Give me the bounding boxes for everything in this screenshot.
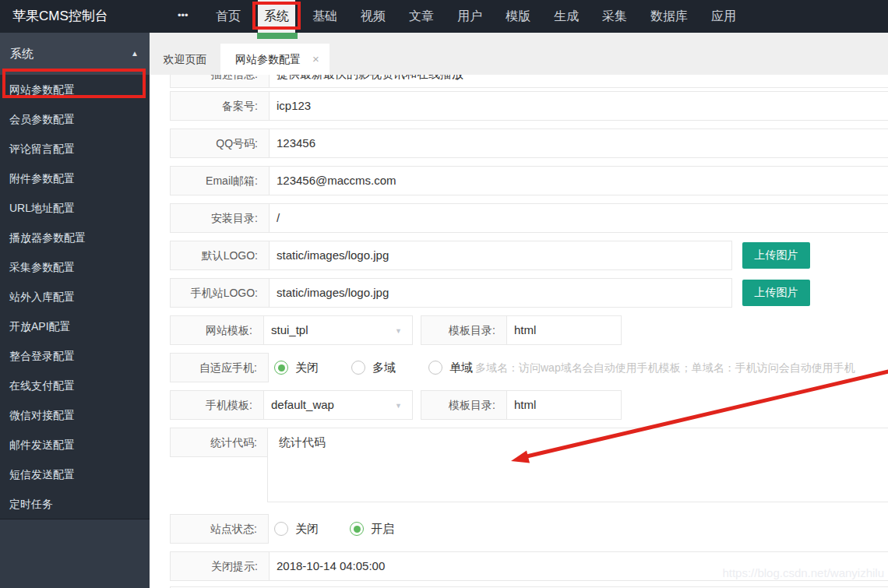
nav-item-database[interactable]: 数据库: [644, 0, 694, 33]
email-field[interactable]: [270, 167, 888, 195]
radio-selected-icon: [274, 361, 288, 375]
nav-item-article[interactable]: 文章: [403, 0, 440, 33]
adaptive-option-multi-domain[interactable]: 多域: [351, 361, 396, 375]
nav-item-video[interactable]: 视频: [354, 0, 392, 33]
watermark: https://blog.csdn.net/wanyizhilu: [722, 566, 884, 579]
mobile-logo-label: 手机站LOGO:: [171, 279, 270, 307]
email-label: Email邮箱:: [171, 167, 270, 195]
sidebar-group-system[interactable]: 系统 ▲: [0, 33, 150, 75]
more-menu-icon[interactable]: •••: [178, 0, 189, 33]
field-row-default-logo: 默认LOGO:: [170, 241, 732, 270]
nav-item-collect[interactable]: 采集: [596, 0, 633, 33]
mobile-template-value: default_wap: [264, 391, 412, 419]
mobile-template-dir-label: 模板目录:: [421, 391, 507, 419]
sidebar-item-offsite[interactable]: 站外入库配置: [0, 282, 150, 312]
sidebar-item-payment[interactable]: 在线支付配置: [0, 371, 150, 400]
adaptive-mobile-hint: 多域名：访问wap域名会自动使用手机模板；单域名：手机访问会自动使用手机: [475, 353, 888, 382]
radio-icon: [351, 361, 365, 375]
mobile-logo-input[interactable]: [270, 279, 731, 307]
field-row-install-dir: 安装目录:: [170, 203, 888, 233]
status-option-close[interactable]: 关闭: [274, 522, 319, 537]
top-navbar: 苹果CMS控制台 ••• 首页 系统 基础 视频 文章 用户 模版 生成 采集 …: [0, 0, 888, 33]
site-status-label: 站点状态:: [170, 514, 269, 544]
site-template-select[interactable]: 网站模板: stui_tpl ▼: [170, 315, 413, 345]
adaptive-mobile-options: 关闭 多域 单域: [274, 353, 473, 382]
nav-item-home[interactable]: 首页: [210, 0, 247, 33]
nav-item-template[interactable]: 模版: [499, 0, 537, 33]
sidebar: 系统 ▲ 网站参数配置 会员参数配置 评论留言配置 附件参数配置 URL地址配置…: [0, 33, 150, 588]
site-status-options: 关闭 开启: [274, 514, 394, 544]
close-icon[interactable]: ×: [312, 52, 319, 65]
tab-bar: 欢迎页面 网站参数配置 ×: [150, 33, 888, 75]
close-tip-label: 关闭提示:: [171, 552, 270, 580]
mobile-template-label: 手机模板:: [171, 391, 264, 419]
radio-icon: [428, 361, 442, 375]
field-row-email: Email邮箱:: [170, 166, 888, 195]
upload-mobile-logo-button[interactable]: 上传图片: [742, 280, 810, 306]
stats-code-textarea[interactable]: 统计代码: [267, 428, 888, 502]
default-logo-input[interactable]: [270, 241, 731, 269]
site-template-label: 网站模板:: [171, 316, 264, 344]
nav-item-generate[interactable]: 生成: [548, 0, 585, 33]
qq-label: QQ号码:: [171, 129, 270, 157]
sidebar-item-attachment[interactable]: 附件参数配置: [0, 164, 150, 193]
nav-item-user[interactable]: 用户: [451, 0, 488, 33]
field-row-icp: 备案号:: [170, 91, 888, 121]
sidebar-item-member-params[interactable]: 会员参数配置: [0, 104, 150, 134]
radio-selected-icon: [350, 522, 364, 536]
app-title: 苹果CMS控制台: [12, 0, 108, 33]
top-nav-menu: 首页 系统 基础 视频 文章 用户 模版 生成 采集 数据库 应用: [210, 0, 742, 33]
chevron-down-icon: ▼: [395, 391, 402, 421]
install-dir-label: 安装目录:: [171, 204, 270, 232]
field-row-mobile-logo: 手机站LOGO:: [170, 278, 732, 308]
collapse-arrow-icon[interactable]: ▲: [131, 33, 139, 75]
stats-code-label: 统计代码:: [170, 428, 269, 457]
field-row-description: 描述信息:: [170, 75, 888, 88]
site-template-dir-field: 模板目录:: [421, 315, 622, 345]
adaptive-option-close[interactable]: 关闭: [274, 361, 319, 375]
description-label: 描述信息:: [171, 75, 270, 87]
icp-label: 备案号:: [171, 92, 270, 120]
sidebar-item-player[interactable]: 播放器参数配置: [0, 223, 150, 252]
tab-label: 网站参数配置: [235, 53, 301, 65]
sidebar-group-label: 系统: [10, 47, 33, 60]
nav-item-system[interactable]: 系统: [258, 0, 295, 33]
sidebar-menu: 网站参数配置 会员参数配置 评论留言配置 附件参数配置 URL地址配置 播放器参…: [0, 75, 150, 519]
qq-input[interactable]: [270, 129, 888, 157]
default-logo-label: 默认LOGO:: [171, 241, 270, 269]
settings-form: 描述信息: 备案号: QQ号码: Email邮箱: 安装目录: 默认LOGO: …: [150, 75, 888, 588]
mobile-template-dir-field: 模板目录:: [421, 390, 622, 420]
sidebar-item-cron[interactable]: 定时任务: [0, 489, 150, 519]
radio-icon: [274, 522, 288, 536]
sidebar-item-mail[interactable]: 邮件发送配置: [0, 430, 150, 459]
adaptive-option-single-domain[interactable]: 单域: [428, 361, 473, 375]
sidebar-item-url[interactable]: URL地址配置: [0, 193, 150, 223]
tab-site-params[interactable]: 网站参数配置 ×: [220, 44, 329, 75]
sidebar-item-site-params[interactable]: 网站参数配置: [0, 75, 150, 104]
chevron-down-icon: ▼: [395, 316, 402, 346]
app-window: 苹果CMS控制台 ••• 首页 系统 基础 视频 文章 用户 模版 生成 采集 …: [0, 0, 888, 588]
field-row-qq: QQ号码:: [170, 129, 888, 158]
site-template-dir-input[interactable]: [507, 316, 621, 344]
active-nav-indicator: [257, 33, 298, 39]
upload-default-logo-button[interactable]: 上传图片: [742, 242, 810, 269]
mobile-template-dir-input[interactable]: [507, 391, 621, 419]
mobile-template-select[interactable]: 手机模板: default_wap ▼: [170, 390, 413, 420]
description-input[interactable]: [270, 75, 888, 87]
sidebar-item-login[interactable]: 整合登录配置: [0, 341, 150, 371]
site-template-dir-label: 模板目录:: [421, 316, 507, 344]
nav-item-basic[interactable]: 基础: [306, 0, 344, 33]
adaptive-mobile-label: 自适应手机:: [170, 353, 269, 382]
site-template-value: stui_tpl: [264, 316, 412, 344]
sidebar-item-comment[interactable]: 评论留言配置: [0, 134, 150, 164]
status-option-open[interactable]: 开启: [350, 522, 394, 537]
sidebar-item-collect-params[interactable]: 采集参数配置: [0, 252, 150, 282]
sidebar-item-sms[interactable]: 短信发送配置: [0, 459, 150, 489]
icp-input[interactable]: [270, 92, 888, 120]
sidebar-item-wechat[interactable]: 微信对接配置: [0, 400, 150, 430]
sidebar-footer: [0, 519, 150, 588]
sidebar-item-open-api[interactable]: 开放API配置: [0, 312, 150, 341]
tab-welcome[interactable]: 欢迎页面: [150, 44, 220, 75]
install-dir-input[interactable]: [270, 204, 888, 232]
nav-item-app[interactable]: 应用: [705, 0, 742, 33]
